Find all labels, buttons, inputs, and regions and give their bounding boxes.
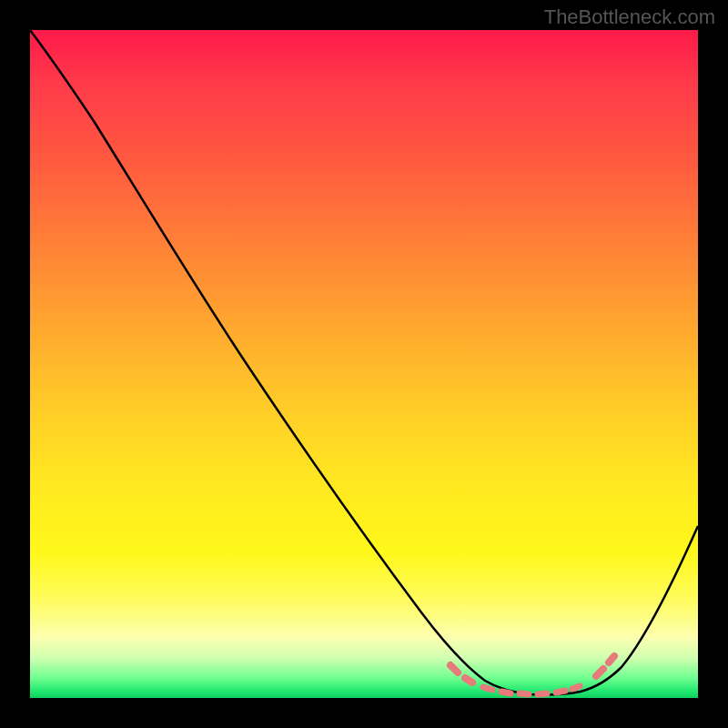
svg-line-7 (572, 686, 580, 689)
chart-plot-area (30, 30, 698, 698)
svg-line-3 (501, 692, 511, 693)
svg-line-8 (596, 669, 603, 676)
bottleneck-curve (30, 30, 698, 694)
svg-line-9 (609, 656, 614, 662)
svg-line-1 (465, 678, 472, 682)
watermark-text: TheBottleneck.com (544, 5, 715, 29)
svg-line-4 (520, 693, 529, 694)
svg-line-5 (538, 693, 547, 694)
chart-svg (30, 30, 698, 698)
svg-line-0 (450, 665, 458, 672)
svg-line-2 (483, 687, 492, 690)
svg-line-6 (556, 691, 565, 693)
